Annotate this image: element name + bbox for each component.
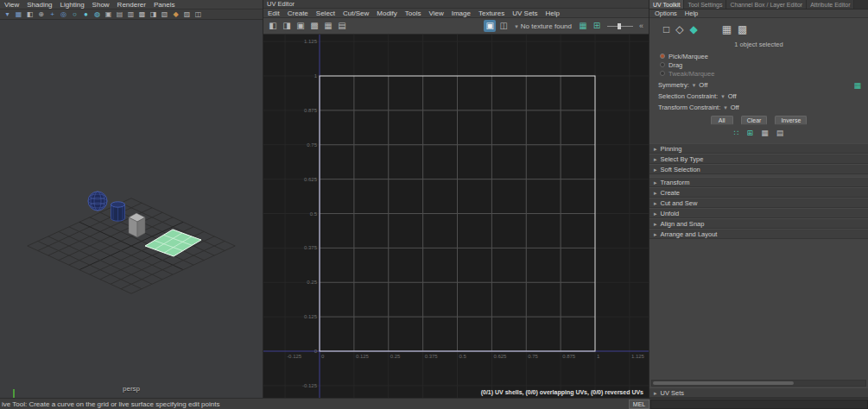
radio-pick-marquee[interactable]: Pick/Marquee [660,52,868,60]
section-arrange-and-layout[interactable]: Arrange and Layout [649,229,868,239]
menu-options[interactable]: Options [655,9,677,17]
expand-arrow-icon[interactable] [654,145,657,153]
section-soft-selection[interactable]: Soft Selection [649,164,868,174]
viewport-scene[interactable] [0,20,262,398]
menu-show[interactable]: Show [92,1,110,9]
uv-grid[interactable]: -0.12500.1250.250.3750.50.6250.750.87511… [263,35,649,398]
expand-arrow-icon[interactable] [654,389,657,397]
camera-settings-icon[interactable]: ◨ [149,10,158,19]
menu-renderer[interactable]: Renderer [117,1,146,9]
menu-create[interactable]: Create [288,9,308,17]
lighting-display-icon[interactable]: ▣ [104,10,113,19]
grid-display-toggle-icon[interactable]: ▩ [738,22,747,36]
inverse-button[interactable]: Inverse [775,116,807,125]
shadow-display-icon[interactable]: ▤ [115,10,124,19]
section-cut-and-sew[interactable]: Cut and Sew [649,198,868,208]
snap-to-curve-icon[interactable]: ◧ [25,10,35,19]
snap-to-grid-icon[interactable]: ▦ [14,10,23,19]
radio-icon[interactable] [660,71,665,76]
mel-toggle-button[interactable]: MEL [629,400,649,409]
horizontal-scrollbar[interactable] [651,380,866,387]
expand-arrow-icon[interactable] [654,189,657,197]
radio-icon[interactable] [660,62,665,67]
section-unfold[interactable]: Unfold [649,208,868,218]
chevron-down-icon[interactable] [721,92,725,100]
textured-display-icon[interactable]: ◍ [92,10,102,19]
section-create[interactable]: Create [649,187,868,198]
menu-uv-sets[interactable]: UV Sets [512,9,537,17]
radio-icon[interactable] [660,53,665,59]
slider-thumb-handle[interactable] [618,23,621,29]
radio-drag[interactable]: Drag [660,60,868,69]
menu-image[interactable]: Image [452,9,471,17]
chevron-down-icon[interactable] [724,104,727,111]
menu-select[interactable]: Select [316,9,335,17]
section-select-by-type[interactable]: Select By Type [649,154,868,164]
plane-object-selected[interactable] [145,230,201,256]
shrink-selection-icon[interactable]: ▤ [776,129,784,137]
clear-button[interactable]: Clear [741,116,768,125]
select-shell-icon[interactable]: ⊞ [747,129,754,137]
screen-ao-display-icon[interactable]: ▥ [126,10,136,19]
sphere-object[interactable] [88,192,107,211]
cylinder-object[interactable] [111,202,125,221]
pixel-snap-icon[interactable]: ⊞ [591,20,603,32]
chevron-down-icon[interactable] [693,81,696,89]
uv-unfold-icon[interactable]: ▤ [336,20,348,32]
lasso-select-tool-icon[interactable]: ◇ [675,22,683,36]
menu-uv-view[interactable]: View [429,9,444,17]
expand-arrow-icon[interactable] [654,210,657,217]
uv-shell-tool-icon[interactable]: ◆ [689,22,697,36]
radio-tweak-marquee[interactable]: Tweak/Marquee [660,69,868,78]
menu-cut-sew[interactable]: Cut/Sew [343,9,369,17]
menu-modify[interactable]: Modify [377,9,397,17]
uv-canvas[interactable]: -0.12500.1250.250.3750.50.6250.750.87511… [263,35,649,398]
select-shortest-path-icon[interactable]: ∷ [734,129,739,137]
selection-mask-icon[interactable]: ▾ [3,10,12,19]
tab-attribute-editor[interactable]: Attribute Editor [807,0,854,9]
scrollbar-thumb[interactable] [653,381,794,385]
wireframe-display-icon[interactable]: ○ [70,10,79,19]
texture-dropdown[interactable]: No texture found [511,22,575,30]
isolate-select-icon[interactable]: ▨ [182,10,192,19]
uv-rotate-icon[interactable]: ▣ [295,20,307,32]
transform-constraint-value[interactable]: Off [731,104,739,111]
display-filtered-icon[interactable]: ◫ [497,20,510,32]
expand-arrow-icon[interactable] [654,220,657,228]
tab-tool-settings[interactable]: Tool Settings [684,0,726,9]
viewport-3d-canvas[interactable]: persp [0,20,263,398]
symmetry-display-icon[interactable]: ▦ [853,81,861,90]
menu-shading[interactable]: Shading [27,1,52,9]
snap-to-view-plane-icon[interactable]: + [48,10,57,19]
exposure-slider[interactable] [607,20,633,32]
grow-selection-icon[interactable]: ▦ [761,129,769,137]
uv-editor-titlebar[interactable]: UV Editor [263,0,649,9]
expand-arrow-icon[interactable] [654,166,657,173]
tab-channel-box-layer-editor[interactable]: Channel Box / Layer Editor [726,0,807,9]
menu-toolkit-help[interactable]: Help [685,9,698,17]
make-live-icon[interactable]: ◎ [59,10,68,19]
menu-lighting[interactable]: Lighting [60,1,85,9]
command-line-input[interactable] [650,400,868,409]
xray-display-icon[interactable]: ◫ [193,10,203,19]
menu-edit[interactable]: Edit [268,9,280,17]
section-pinning[interactable]: Pinning [649,143,868,154]
gate-mask-icon[interactable]: ▧ [160,10,169,19]
texture-display-toggle-icon[interactable]: ▦ [722,22,732,36]
section-uv-sets[interactable]: UV Sets [649,387,868,398]
uv-sew-icon[interactable]: ▦ [322,20,334,32]
collapse-toolbar-icon[interactable] [637,22,645,30]
expand-arrow-icon[interactable] [654,179,657,186]
uv-transform-icon[interactable]: ◧ [267,20,279,32]
menu-view[interactable]: View [4,1,19,9]
display-image-icon[interactable]: ▣ [484,20,496,32]
smooth-shade-display-icon[interactable]: ● [81,10,91,19]
section-align-and-snap[interactable]: Align and Snap [649,218,868,229]
expand-arrow-icon[interactable] [654,155,657,163]
expand-arrow-icon[interactable] [654,230,657,238]
selection-constraint-value[interactable]: Off [728,92,737,100]
menu-panels[interactable]: Panels [154,1,174,9]
uv-cut-icon[interactable]: ▩ [308,20,320,32]
menu-textures[interactable]: Textures [478,9,504,17]
expand-arrow-icon[interactable] [654,199,657,207]
